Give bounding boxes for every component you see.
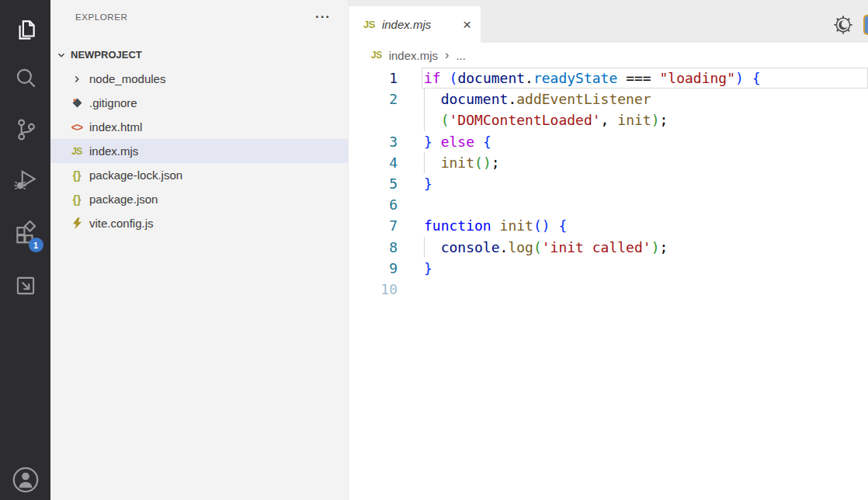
explorer-sidebar: EXPLORER ··· NEWPROJECT node_modules.git… <box>50 0 349 500</box>
close-icon[interactable]: × <box>463 19 471 31</box>
file-label: node_modules <box>89 72 165 85</box>
file-label: index.mjs <box>89 144 138 158</box>
code-line-9[interactable]: 9} <box>349 258 868 279</box>
line-number: 8 <box>349 237 422 258</box>
code-line-wrap-2[interactable]: ('DOMContentLoaded', init); <box>349 109 868 130</box>
code-token: ; <box>659 239 668 255</box>
code-token <box>424 112 441 128</box>
code-token: if <box>424 70 441 86</box>
file-item-index-mjs[interactable]: JSindex.mjs <box>50 139 348 163</box>
code-line-2[interactable]: 2 document.addEventListener <box>349 89 868 109</box>
file-label: index.html <box>89 120 142 134</box>
code-line-10[interactable]: 10 <box>349 279 868 300</box>
code-token: console <box>441 239 500 255</box>
code-token <box>432 134 441 150</box>
code-token: ) <box>542 217 550 234</box>
chevron-right-icon <box>69 74 85 85</box>
code-token: document <box>441 91 509 107</box>
code-line-8[interactable]: 8 console.log('init called'); <box>349 237 868 258</box>
code-token: 'DOMContentLoaded' <box>450 112 601 128</box>
code-token <box>424 91 441 107</box>
code-token: { <box>483 134 491 150</box>
explorer-title: EXPLORER <box>75 12 127 22</box>
activitybar-item-run-debug[interactable] <box>11 165 40 195</box>
code-line-text: console.log('init called'); <box>422 237 868 258</box>
code-line-1[interactable]: 1if (document.readyState === "loading") … <box>349 68 868 89</box>
code-token: addEventListener <box>516 91 651 107</box>
code-token: ) <box>651 112 660 128</box>
code-token: "loading" <box>660 70 736 86</box>
code-line-text: if (document.readyState === "loading") { <box>422 68 868 89</box>
line-number <box>349 109 422 130</box>
code-editor[interactable]: 1if (document.readyState === "loading") … <box>349 68 868 500</box>
breadcrumb-symbol[interactable]: ... <box>456 49 466 62</box>
code-token: function <box>424 217 491 234</box>
code-token: { <box>752 70 761 86</box>
file-item-package-json[interactable]: {}package.json <box>50 187 348 211</box>
line-number: 1 <box>349 68 422 89</box>
code-line-6[interactable]: 6 <box>349 194 868 215</box>
code-line-5[interactable]: 5} <box>349 173 868 194</box>
activitybar-item-extensions[interactable]: 1 <box>11 217 40 247</box>
code-line-text: } <box>422 173 868 194</box>
code-line-4[interactable]: 4 init(); <box>349 152 868 173</box>
line-number: 6 <box>349 194 422 215</box>
code-token: init <box>441 155 474 171</box>
file-item-node-modules[interactable]: node_modules <box>50 67 348 91</box>
clipped-extension-icon[interactable] <box>863 15 868 35</box>
file-item-index-html[interactable]: <>index.html <box>50 115 348 139</box>
tab-index-mjs[interactable]: JS index.mjs × <box>349 6 481 43</box>
code-token <box>441 70 450 86</box>
code-token <box>609 112 617 128</box>
line-number: 5 <box>349 173 422 194</box>
code-token <box>550 217 559 234</box>
gear-moon-icon <box>833 15 853 35</box>
code-token <box>491 217 500 234</box>
line-number: 4 <box>349 152 422 173</box>
file-item--gitignore[interactable]: .gitignore <box>50 91 348 115</box>
explorer-header: EXPLORER ··· <box>75 12 331 22</box>
file-item-vite-config-js[interactable]: vite.config.js <box>50 211 348 235</box>
code-token: { <box>558 217 567 234</box>
code-token: log <box>508 239 533 255</box>
more-actions-button[interactable]: ··· <box>315 13 331 21</box>
json-file-icon: {} <box>69 192 85 207</box>
file-tree: NEWPROJECT node_modules.gitignore<>index… <box>50 43 348 235</box>
breadcrumb-file[interactable]: index.mjs <box>389 49 438 62</box>
code-token: } <box>424 260 432 276</box>
theme-toggle-button[interactable] <box>833 15 853 35</box>
source-control-icon <box>12 116 39 143</box>
file-label: package-lock.json <box>89 168 182 182</box>
activity-bar: 1 <box>0 0 50 500</box>
file-label: vite.config.js <box>89 217 154 230</box>
tab-bar: JS index.mjs × <box>349 0 868 43</box>
vite-file-icon <box>69 216 85 231</box>
json-file-icon: {} <box>69 168 85 183</box>
code-token <box>424 239 441 255</box>
extensions-badge: 1 <box>29 238 43 252</box>
code-token: ( <box>450 70 458 86</box>
activitybar-item-preview[interactable] <box>11 271 40 300</box>
activitybar-item-search[interactable] <box>11 64 40 93</box>
code-token: init <box>500 217 533 234</box>
code-line-3[interactable]: 3} else { <box>349 131 868 152</box>
activitybar-item-account[interactable] <box>11 465 40 495</box>
code-token: === <box>626 70 651 86</box>
code-token: . <box>525 70 533 86</box>
file-item-package-lock-json[interactable]: {}package-lock.json <box>50 163 348 187</box>
code-line-text <box>422 279 868 300</box>
activitybar-item-explorer[interactable] <box>11 16 40 45</box>
code-line-text: init(); <box>422 152 868 173</box>
line-number: 7 <box>349 215 422 236</box>
code-token <box>424 155 441 171</box>
line-number: 10 <box>349 279 422 300</box>
project-root-newproject[interactable]: NEWPROJECT <box>50 43 348 67</box>
breadcrumb: JS index.mjs › ... <box>349 43 868 68</box>
file-label: .gitignore <box>89 96 137 109</box>
activitybar-item-source-control[interactable] <box>11 115 40 144</box>
code-line-7[interactable]: 7function init() { <box>349 215 868 236</box>
code-token: . <box>508 91 516 107</box>
code-token: readyState <box>533 70 617 86</box>
code-line-text: } <box>422 258 868 279</box>
editor-group: JS index.mjs × <box>349 0 868 500</box>
